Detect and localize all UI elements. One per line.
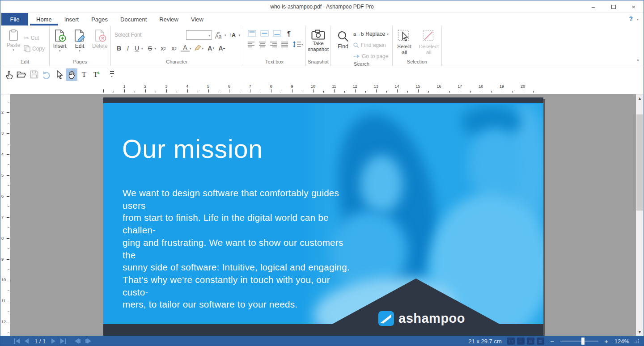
paste-dropdown-caret[interactable]: ▾: [13, 49, 14, 51]
cut-button[interactable]: ✂ Cut: [24, 34, 45, 42]
text-direction-caret[interactable]: ▾: [238, 34, 240, 37]
line-spacing-button[interactable]: ▾: [292, 41, 303, 47]
minimize-button[interactable]: –: [583, 0, 603, 13]
pilcrow-button[interactable]: ¶: [287, 30, 291, 37]
delete-page-button[interactable]: Delete: [90, 28, 110, 59]
next-page-button[interactable]: [51, 338, 55, 344]
pan-tool-button[interactable]: [66, 68, 77, 81]
grow-font-button[interactable]: A+: [207, 45, 216, 52]
go-to-page-button[interactable]: Go to page: [353, 52, 389, 61]
toolbar-overflow-button[interactable]: ▾: [106, 68, 118, 81]
highlighter-icon: [194, 44, 202, 51]
valign-middle-button[interactable]: [260, 30, 269, 37]
tab-document[interactable]: Document: [114, 13, 153, 25]
bold-button[interactable]: B: [114, 45, 123, 52]
vertical-scrollbar[interactable]: ▲ ▼: [636, 94, 644, 336]
scroll-up-arrow[interactable]: ▲: [636, 94, 644, 102]
take-snapshot-button[interactable]: Take snapshot: [306, 26, 330, 59]
align-justify-button[interactable]: [281, 42, 288, 47]
tab-pages[interactable]: Pages: [85, 13, 114, 25]
highlight-caret[interactable]: ▾: [202, 47, 204, 50]
zoom-slider-handle[interactable]: [581, 338, 585, 345]
ribbon-group-character: Select Font ▾ ⇄Aa ▾ ↑A ▾ B I U ▾ S ▾ x2 …: [111, 26, 243, 66]
strikethrough-button[interactable]: S: [146, 45, 155, 52]
tab-insert[interactable]: Insert: [58, 13, 85, 25]
zoom-actual-size-button[interactable]: 1:1: [507, 338, 515, 345]
pan-hand-icon: [68, 70, 76, 79]
tab-view[interactable]: View: [185, 13, 210, 25]
subscript-button[interactable]: x2: [159, 45, 168, 52]
zoom-out-button[interactable]: −: [550, 338, 555, 345]
view-back-button[interactable]: [75, 338, 80, 344]
slide-title: Our mission: [122, 134, 263, 164]
last-page-button[interactable]: [60, 338, 66, 344]
underline-button[interactable]: U: [132, 45, 141, 52]
insert-page-dropdown-caret[interactable]: ▾: [59, 50, 61, 52]
line-spacing-caret[interactable]: ▾: [301, 43, 303, 46]
ribbon-group-pages: Insert ▾ Edit ▾ Delete Pages: [50, 26, 111, 66]
align-right-button[interactable]: [270, 42, 277, 47]
help-button[interactable]: ?: [629, 15, 633, 22]
find-button[interactable]: Find: [333, 28, 353, 61]
open-button[interactable]: [16, 68, 27, 81]
shrink-font-button[interactable]: A–: [217, 45, 226, 52]
tab-file[interactable]: File: [1, 13, 28, 25]
strikethrough-caret[interactable]: ▾: [155, 47, 157, 50]
deselect-all-button[interactable]: Deselect all: [417, 28, 441, 59]
undo-button[interactable]: [41, 68, 52, 81]
edit-page-dropdown-caret[interactable]: ▾: [79, 50, 80, 52]
ribbon: Paste ▾ ✂ Cut Copy Edit: [0, 26, 644, 66]
fit-width-button[interactable]: ↔: [517, 338, 525, 345]
font-size-combobox[interactable]: ▾: [186, 30, 212, 40]
replace-ab-icon: a→b: [353, 31, 364, 37]
collapse-ribbon-button[interactable]: ^: [637, 59, 639, 64]
edit-page-button[interactable]: Edit ▾: [71, 28, 89, 59]
view-forward-button[interactable]: [85, 338, 91, 344]
help-dropdown-caret[interactable]: ▾: [637, 17, 639, 21]
save-button[interactable]: [28, 68, 40, 81]
change-case-button[interactable]: ⇄Aa: [214, 31, 223, 38]
scroll-down-arrow[interactable]: ▼: [636, 328, 644, 336]
select-tool-button[interactable]: [53, 68, 65, 81]
scrollbar-thumb[interactable]: [636, 114, 643, 211]
align-center-button[interactable]: [259, 42, 266, 47]
font-color-caret[interactable]: ▾: [190, 47, 191, 50]
find-again-button[interactable]: Find again: [353, 41, 389, 50]
ribbon-group-search: Find a→b Replace ▾ Find again Go to page: [331, 26, 393, 66]
insert-page-button[interactable]: Insert ▾: [51, 28, 69, 59]
single-page-view-button[interactable]: ▤: [527, 338, 534, 345]
text-direction-button[interactable]: ↑A: [228, 32, 237, 38]
superscript-button[interactable]: x2: [169, 45, 178, 52]
zoom-slider[interactable]: [560, 341, 598, 342]
font-color-button[interactable]: A: [181, 45, 190, 52]
valign-top-button[interactable]: [248, 30, 256, 37]
view-mode-buttons: 1:1 ↔ ▤ ▥: [507, 338, 544, 345]
zoom-in-button[interactable]: +: [604, 338, 609, 345]
tab-home[interactable]: Home: [30, 13, 58, 25]
text-tool-button[interactable]: T: [78, 68, 90, 81]
tab-review[interactable]: Review: [153, 13, 185, 25]
select-all-button[interactable]: Select all: [394, 28, 415, 59]
resize-grip[interactable]: [635, 339, 639, 343]
copy-icon: [24, 45, 30, 52]
first-page-button[interactable]: [14, 338, 20, 344]
copy-button[interactable]: Copy: [24, 44, 45, 53]
font-name-combobox[interactable]: Select Font: [114, 32, 142, 38]
previous-page-button[interactable]: [25, 338, 29, 344]
pdf-page[interactable]: Our mission We want to design software t…: [103, 97, 543, 336]
replace-button[interactable]: a→b Replace ▾: [353, 30, 389, 38]
close-button[interactable]: ×: [623, 0, 644, 13]
font-size-caret[interactable]: ▾: [208, 34, 210, 38]
touch-mode-button[interactable]: [3, 68, 15, 81]
valign-bottom-button[interactable]: [273, 30, 281, 37]
replace-caret[interactable]: ▾: [387, 33, 389, 36]
paste-button[interactable]: Paste ▾: [3, 28, 24, 59]
maximize-button[interactable]: [603, 0, 623, 13]
add-text-tool-button[interactable]: T+: [91, 68, 102, 81]
change-case-caret[interactable]: ▾: [225, 34, 226, 37]
align-left-button[interactable]: [248, 42, 255, 47]
highlight-button[interactable]: [194, 44, 202, 53]
italic-button[interactable]: I: [123, 45, 132, 52]
underline-caret[interactable]: ▾: [141, 47, 143, 50]
two-page-view-button[interactable]: ▥: [537, 338, 544, 345]
